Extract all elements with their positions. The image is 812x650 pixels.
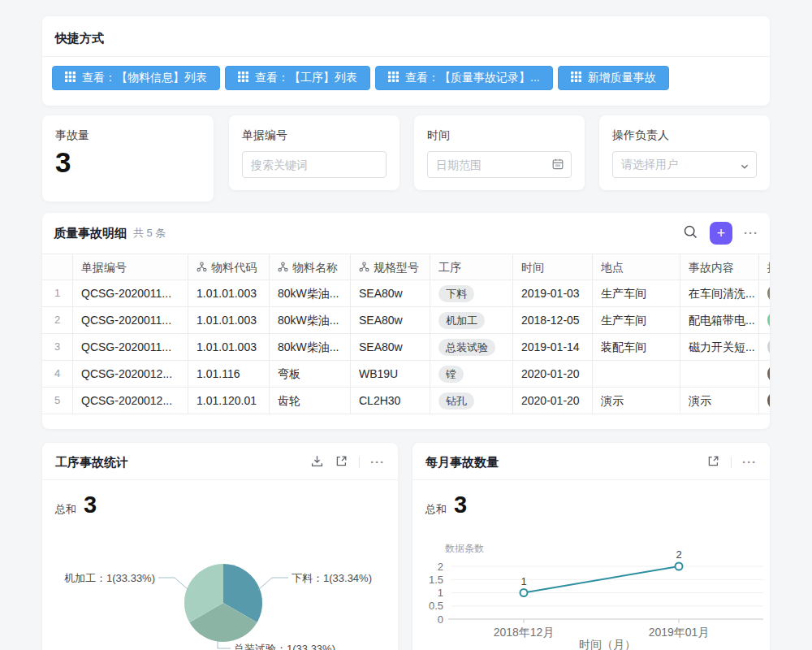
doc-number-cell: QCSG-2020011... xyxy=(73,307,188,334)
avatar xyxy=(767,284,770,303)
time-filter-card: 时间 xyxy=(414,115,585,190)
x-axis-title: 时间（月） xyxy=(579,638,636,650)
shortcut-view-process-list-button[interactable]: 查看：【工序】列表 xyxy=(225,66,370,90)
column-header-label: 操作负责人 xyxy=(767,254,770,280)
quality-accident-table-card: 质量事故明细 共 5 条 + ··· 单据编号物料代码物料名称规格型号工序时间地… xyxy=(42,213,770,429)
row-index: 5 xyxy=(42,388,73,414)
place-cell xyxy=(593,361,680,388)
date-cell: 2019-01-14 xyxy=(513,334,593,361)
operator-cell xyxy=(759,280,770,307)
grid-icon xyxy=(571,72,581,84)
material-code-cell: 1.01.01.003 xyxy=(188,334,270,361)
content-cell: 在车间清洗... xyxy=(680,280,759,307)
column-header-label: 物料代码 xyxy=(211,254,257,280)
material-name-cell: 齿轮 xyxy=(270,388,351,414)
y-tick-label: 1 xyxy=(438,587,443,599)
material-name-cell: 80kW柴油... xyxy=(270,280,351,307)
material-name-cell: 80kW柴油... xyxy=(270,334,351,361)
chevron-down-icon xyxy=(740,160,749,175)
monthly-accidents-card: 每月事故数量 ··· 总和 3 00.511.522018年12月2019年01… xyxy=(412,443,770,650)
content-cell: 磁力开关短... xyxy=(680,334,759,361)
table-row[interactable]: 5QCSG-2020012...1.01.120.01齿轮CL2H30钻孔202… xyxy=(42,388,770,414)
avatar xyxy=(767,364,770,384)
grid-icon xyxy=(388,72,399,84)
content-cell: 配电箱带电... xyxy=(680,307,759,334)
relation-icon xyxy=(359,262,369,272)
content-cell xyxy=(680,361,759,388)
accident-count-value: 3 xyxy=(55,146,71,179)
doc-number-cell: QCSG-2020012... xyxy=(73,388,188,414)
relation-icon xyxy=(197,262,207,272)
material-name-cell: 弯板 xyxy=(270,361,351,388)
row-index: 1 xyxy=(42,280,73,307)
pie-slice-label: 下料：1(33.34%) xyxy=(292,572,372,584)
column-header-label: 地点 xyxy=(601,254,624,280)
accident-count-card: 事故量 3 xyxy=(42,115,214,202)
spec-model-cell: CL2H30 xyxy=(351,388,430,414)
shortcut-label: 新增质量事故 xyxy=(588,71,656,85)
shortcut-view-quality-records-button[interactable]: 查看：【质量事故记录】... xyxy=(375,66,553,90)
table-row[interactable]: 1QCSG-2020011...1.01.01.00380kW柴油...SEA8… xyxy=(42,280,770,307)
material-name-cell: 80kW柴油... xyxy=(270,307,351,334)
spec-model-cell: SEA80w xyxy=(351,307,430,334)
table-more-button[interactable]: ··· xyxy=(744,229,758,237)
y-tick-label: 2 xyxy=(438,561,443,573)
place-cell: 生产车间 xyxy=(593,307,680,334)
shortcuts-card: 快捷方式 查看：【物料信息】列表 查看：【工序】列表 查看：【质量事故记录】..… xyxy=(42,16,770,106)
material-code-cell: 1.01.01.003 xyxy=(188,280,270,307)
pie-slice-label: 机加工：1(33.33%) xyxy=(64,572,155,584)
column-header-label: 时间 xyxy=(521,254,544,280)
date-cell: 2020-01-20 xyxy=(513,388,593,414)
calendar-icon[interactable] xyxy=(551,158,564,174)
table-title: 质量事故明细 xyxy=(54,226,127,241)
place-cell: 装配车间 xyxy=(593,334,680,361)
shortcut-label: 查看：【物料信息】列表 xyxy=(82,71,207,85)
y-tick-label: 0 xyxy=(438,613,443,626)
spec-model-cell: SEA80w xyxy=(351,280,430,307)
accident-count-label: 事故量 xyxy=(55,128,89,143)
column-header-label: 单据编号 xyxy=(81,254,127,280)
process-tag: 钻孔 xyxy=(438,392,474,410)
accident-table: 单据编号物料代码物料名称规格型号工序时间地点事故内容操作负责人 1QCSG-20… xyxy=(42,254,770,414)
process-tag: 机加工 xyxy=(438,312,485,329)
spec-model-cell: SEA80w xyxy=(351,334,430,361)
table-row[interactable]: 3QCSG-2020011...1.01.01.00380kW柴油...SEA8… xyxy=(42,334,770,361)
content-cell: 演示 xyxy=(680,388,759,414)
process-tag: 镗 xyxy=(438,366,464,383)
column-header: 物料代码 xyxy=(188,254,270,280)
date-range-input[interactable] xyxy=(427,151,572,178)
shortcut-button-row: 查看：【物料信息】列表 查看：【工序】列表 查看：【质量事故记录】... 新增质… xyxy=(52,66,669,90)
pie-slice-label: 总装试验：1(33.33%) xyxy=(233,643,335,650)
date-cell: 2019-01-03 xyxy=(513,280,593,307)
add-record-button[interactable]: + xyxy=(710,222,732,245)
search-button[interactable] xyxy=(683,224,698,242)
shortcut-view-material-list-button[interactable]: 查看：【物料信息】列表 xyxy=(52,66,220,90)
pie-leader-line xyxy=(158,578,188,590)
x-tick-label: 2019年01月 xyxy=(649,626,710,639)
shortcuts-title: 快捷方式 xyxy=(55,31,104,46)
doc-number-cell: QCSG-2020011... xyxy=(73,334,188,361)
operator-label: 操作负责人 xyxy=(612,128,669,143)
process-cell: 总装试验 xyxy=(430,334,513,361)
process-tag: 下料 xyxy=(438,285,474,302)
process-cell: 钻孔 xyxy=(430,388,513,414)
operator-cell xyxy=(759,307,770,334)
data-point[interactable] xyxy=(520,589,528,596)
date-cell: 2020-01-20 xyxy=(513,361,593,388)
column-header: 规格型号 xyxy=(351,254,430,280)
time-label: 时间 xyxy=(427,128,450,143)
column-header: 操作负责人 xyxy=(759,254,770,280)
data-point[interactable] xyxy=(676,563,683,570)
shortcut-add-quality-accident-button[interactable]: 新增质量事故 xyxy=(558,66,669,90)
y-axis-title: 数据条数 xyxy=(445,543,484,554)
search-icon xyxy=(683,224,698,242)
process-cell: 机加工 xyxy=(430,307,513,334)
column-header: 地点 xyxy=(593,254,680,280)
operator-select[interactable]: 请选择用户 xyxy=(612,151,757,178)
shortcut-label: 查看：【工序】列表 xyxy=(255,71,357,85)
table-row[interactable]: 4QCSG-2020012...1.01.116弯板WB19U镗2020-01-… xyxy=(42,361,770,388)
table-row[interactable]: 2QCSG-2020011...1.01.01.00380kW柴油...SEA8… xyxy=(42,307,770,334)
date-cell: 2018-12-05 xyxy=(513,307,593,334)
row-index: 4 xyxy=(42,361,73,388)
doc-number-search-input[interactable] xyxy=(242,151,387,178)
